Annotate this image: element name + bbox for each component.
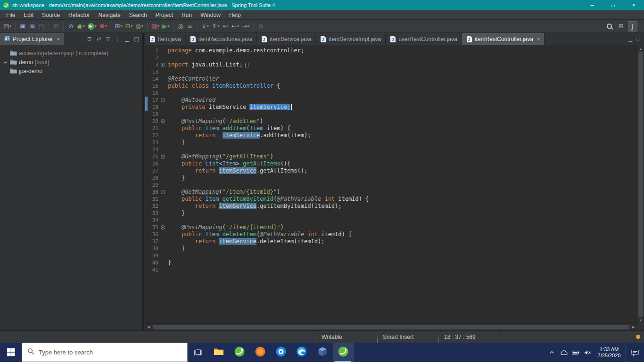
collapsed-code-icon[interactable] bbox=[245, 63, 248, 67]
code-line[interactable]: 34 bbox=[145, 217, 637, 224]
minimize-view-button[interactable]: ▁ bbox=[123, 34, 132, 43]
dropdown-arrow-icon[interactable]: ▾ bbox=[217, 24, 219, 28]
line-number[interactable]: 27 bbox=[148, 167, 159, 174]
line-number[interactable]: 14 bbox=[148, 75, 159, 82]
dropdown-arrow-icon[interactable]: ▾ bbox=[83, 24, 85, 28]
tree-item-jpa-demo[interactable]: jpa-demo bbox=[0, 66, 142, 75]
code-line[interactable]: 2 bbox=[145, 54, 637, 61]
code-line[interactable]: 32 return itemService.getItemByItemId(it… bbox=[145, 203, 637, 210]
code-line[interactable]: 19 bbox=[145, 111, 637, 118]
vertical-scrollbar[interactable]: ▲ ▼ bbox=[637, 45, 644, 323]
terminate-button[interactable]: ✖▾ bbox=[98, 21, 108, 32]
taskbar-clock[interactable]: 1:33 AM 7/25/2020 bbox=[593, 343, 625, 362]
taskbar-app-file-explorer[interactable] bbox=[208, 343, 229, 362]
vertical-scrollbar-thumb[interactable] bbox=[638, 52, 643, 317]
view-menu-button[interactable]: ⋮ bbox=[113, 34, 122, 43]
save-all-button[interactable]: ▣ bbox=[27, 21, 37, 32]
taskbar-app-orange-app[interactable] bbox=[250, 343, 271, 362]
code-line[interactable]: 28 } bbox=[145, 174, 637, 181]
line-number[interactable]: 37 bbox=[148, 238, 159, 245]
code-line[interactable]: 29 bbox=[145, 181, 637, 189]
quick-access-search-button[interactable] bbox=[604, 21, 614, 32]
last-edit-location-button[interactable]: ↩ bbox=[221, 21, 230, 32]
dropdown-arrow-icon[interactable]: ▾ bbox=[141, 24, 143, 28]
notification-icon[interactable] bbox=[632, 331, 644, 343]
line-number[interactable]: 36 bbox=[148, 231, 159, 238]
tree-item-demo[interactable]: ▸demo [boot] bbox=[0, 58, 142, 66]
taskbar-app-blue-cube-app[interactable] bbox=[312, 343, 333, 362]
collapse-all-button[interactable]: ⊟ bbox=[85, 34, 94, 43]
dropdown-arrow-icon[interactable]: ▾ bbox=[105, 24, 107, 28]
coverage-button[interactable]: ▥▾ bbox=[150, 21, 161, 32]
onedrive-cloud-icon[interactable] bbox=[558, 343, 570, 362]
previous-annotation-button[interactable]: ↟▾ bbox=[210, 21, 221, 32]
dropdown-arrow-icon[interactable]: ▾ bbox=[9, 24, 11, 28]
debug-button[interactable]: ◉▾ bbox=[75, 21, 86, 32]
line-number[interactable]: 28 bbox=[148, 174, 159, 181]
code-line[interactable]: 22 return itemService.addItem(item); bbox=[145, 132, 637, 139]
line-number[interactable]: 29 bbox=[148, 181, 159, 189]
line-number[interactable]: 39 bbox=[148, 252, 159, 259]
fold-marker-icon[interactable]: − bbox=[159, 98, 166, 102]
line-number[interactable]: 33 bbox=[148, 210, 159, 217]
taskbar-app-spring-tool-suite[interactable] bbox=[333, 343, 354, 362]
menu-item-window[interactable]: Window bbox=[196, 11, 225, 19]
minimize-button[interactable]: – bbox=[582, 0, 603, 10]
task-view-button[interactable] bbox=[188, 343, 208, 362]
horizontal-scrollbar-track[interactable] bbox=[152, 324, 630, 330]
menu-item-project[interactable]: Project bbox=[151, 11, 177, 19]
taskbar-app-blue-circle-app[interactable] bbox=[271, 343, 291, 362]
code-line[interactable]: 25− @GetMapping("/getAllItems") bbox=[145, 153, 637, 160]
line-number[interactable]: 35 bbox=[148, 224, 159, 231]
menu-item-help[interactable]: Help bbox=[225, 11, 245, 19]
scroll-down-icon[interactable]: ▼ bbox=[637, 317, 644, 323]
editor-tab-itemRepositories.java[interactable]: JitemRepositories.java bbox=[186, 33, 257, 45]
code-line[interactable]: 16 bbox=[145, 90, 637, 97]
code-line[interactable]: 14@RestController bbox=[145, 75, 637, 82]
start-button[interactable] bbox=[0, 343, 22, 362]
line-number[interactable]: 31 bbox=[148, 196, 159, 203]
close-icon[interactable]: × bbox=[57, 36, 59, 42]
line-number[interactable]: 15 bbox=[148, 82, 159, 90]
pin-editor-button[interactable]: ⊙ bbox=[256, 21, 265, 32]
fold-marker-icon[interactable]: − bbox=[159, 225, 166, 230]
code-line[interactable]: 24 bbox=[145, 146, 637, 153]
external-tools-button[interactable]: ▶▾ bbox=[161, 21, 171, 32]
dropdown-arrow-icon[interactable]: ▾ bbox=[248, 24, 249, 28]
menu-item-edit[interactable]: Edit bbox=[19, 11, 38, 19]
line-number[interactable]: 18 bbox=[148, 104, 159, 111]
forward-button[interactable]: →▾ bbox=[240, 21, 251, 32]
scroll-left-icon[interactable]: ◀ bbox=[145, 324, 152, 330]
save-button[interactable]: ▣ bbox=[18, 21, 27, 32]
line-number[interactable]: 2 bbox=[148, 54, 159, 61]
line-number[interactable]: 16 bbox=[148, 90, 159, 97]
line-number[interactable]: 3 bbox=[148, 61, 159, 68]
code-line[interactable]: 26 public List<Item> getAllItems(){ bbox=[145, 160, 637, 167]
line-number[interactable]: 23 bbox=[148, 139, 159, 146]
build-all-button[interactable]: ⊠ bbox=[51, 21, 61, 32]
maximize-view-button[interactable]: □ bbox=[132, 34, 141, 43]
fold-marker-icon[interactable]: − bbox=[159, 119, 166, 123]
search-button[interactable]: ◎ bbox=[176, 21, 185, 32]
skip-all-breakpoints-button[interactable]: ⊘ bbox=[66, 21, 75, 32]
menu-item-file[interactable]: File bbox=[2, 11, 19, 19]
horizontal-scrollbar[interactable]: ◀ ▶ bbox=[145, 323, 637, 330]
code-area[interactable]: 1package com.example.demo.restcontroller… bbox=[145, 45, 637, 323]
scroll-right-icon[interactable]: ▶ bbox=[630, 324, 637, 330]
line-number[interactable]: 26 bbox=[148, 160, 159, 167]
code-line[interactable]: 23 } bbox=[145, 139, 637, 146]
code-line[interactable]: 21 public Item addItem(Item item) { bbox=[145, 125, 637, 132]
dropdown-arrow-icon[interactable]: ▾ bbox=[131, 24, 132, 28]
menu-item-navigate[interactable]: Navigate bbox=[94, 11, 124, 19]
line-number[interactable]: 25 bbox=[148, 153, 159, 160]
dropdown-arrow-icon[interactable]: ▾ bbox=[157, 24, 159, 28]
line-number[interactable]: 19 bbox=[148, 111, 159, 118]
code-line[interactable]: 17− @Autowired bbox=[145, 97, 637, 104]
scroll-up-icon[interactable]: ▲ bbox=[637, 45, 644, 52]
code-line[interactable]: 15public class itemRestController { bbox=[145, 82, 637, 90]
taskbar-app-spring-tool-suite[interactable] bbox=[229, 343, 250, 362]
fold-marker-icon[interactable]: − bbox=[159, 155, 166, 159]
fold-marker-icon[interactable]: − bbox=[159, 190, 166, 194]
maximize-view-button[interactable]: □ bbox=[636, 36, 639, 41]
line-number[interactable]: 21 bbox=[148, 125, 159, 132]
